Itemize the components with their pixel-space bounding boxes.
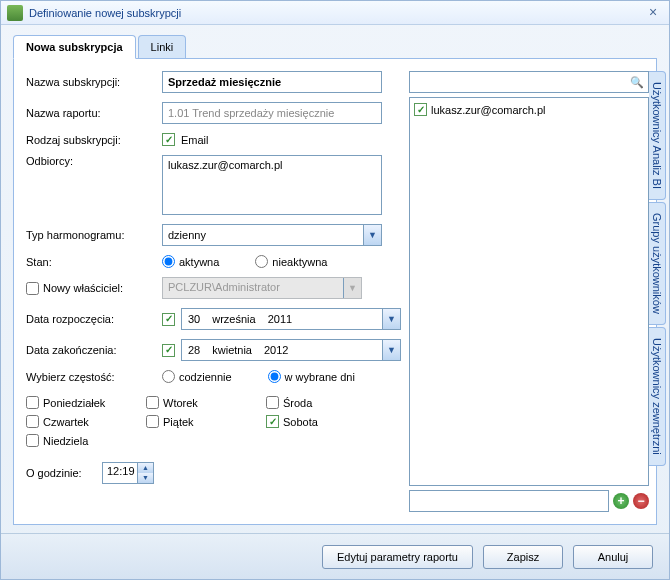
- label-freq: Wybierz częstość:: [26, 371, 156, 383]
- user-search[interactable]: 🔍: [409, 71, 649, 93]
- user-checkbox[interactable]: [414, 103, 427, 116]
- spinner-down-icon[interactable]: ▼: [138, 473, 153, 483]
- chevron-down-icon: ▼: [382, 340, 400, 360]
- sidetab-groups[interactable]: Grupy użytkowników: [649, 202, 666, 325]
- owner-select: PCLZUR\Administrator: [162, 277, 362, 299]
- left-form: Nazwa subskrypcji: Nazwa raportu: Rodzaj…: [26, 71, 401, 512]
- tabs: Nowa subskrypcja Linki: [13, 33, 657, 59]
- schedule-select[interactable]: [162, 224, 382, 246]
- add-user-input[interactable]: [409, 490, 609, 512]
- day-wed[interactable]: Środa: [266, 396, 376, 409]
- right-panel: 🔍 lukasz.zur@comarch.pl + −: [409, 71, 649, 512]
- search-icon: 🔍: [630, 76, 644, 89]
- time-spinner[interactable]: 12:19 ▲▼: [102, 462, 154, 484]
- state-inactive-radio[interactable]: nieaktywna: [255, 255, 327, 268]
- footer: Edytuj parametry raportu Zapisz Anuluj: [1, 533, 669, 579]
- report-name-input: [162, 102, 382, 124]
- list-item[interactable]: lukasz.zur@comarch.pl: [414, 102, 644, 117]
- end-date-checkbox[interactable]: [162, 344, 175, 357]
- day-tue[interactable]: Wtorek: [146, 396, 256, 409]
- day-thu[interactable]: Czwartek: [26, 415, 136, 428]
- recipients-textarea[interactable]: lukasz.zur@comarch.pl: [162, 155, 382, 215]
- label-schedule: Typ harmonogramu:: [26, 229, 156, 241]
- tab-new-subscription[interactable]: Nowa subskrypcja: [13, 35, 136, 59]
- start-date-checkbox[interactable]: [162, 313, 175, 326]
- add-user-button[interactable]: +: [613, 493, 629, 509]
- titlebar: Definiowanie nowej subskrypcji ×: [1, 1, 669, 25]
- label-report: Nazwa raportu:: [26, 107, 156, 119]
- edit-params-button[interactable]: Edytuj parametry raportu: [322, 545, 473, 569]
- days-grid: Poniedziałek Wtorek Środa Czwartek Piąte…: [26, 396, 401, 447]
- freq-selected-days-radio[interactable]: w wybrane dni: [268, 370, 355, 383]
- freq-daily-radio[interactable]: codziennie: [162, 370, 232, 383]
- search-input[interactable]: [414, 76, 630, 88]
- chevron-down-icon: ▼: [382, 309, 400, 329]
- label-end: Data zakończenia:: [26, 344, 156, 356]
- label-type: Rodzaj subskrypcji:: [26, 134, 156, 146]
- label-start: Data rozpoczęcia:: [26, 313, 156, 325]
- end-date-picker[interactable]: 28 kwietnia 2012 ▼: [181, 339, 401, 361]
- cancel-button[interactable]: Anuluj: [573, 545, 653, 569]
- email-label: Email: [181, 134, 209, 146]
- label-state: Stan:: [26, 256, 156, 268]
- spinner-up-icon[interactable]: ▲: [138, 463, 153, 473]
- subscription-dialog: Definiowanie nowej subskrypcji × Nowa su…: [0, 0, 670, 580]
- user-list[interactable]: lukasz.zur@comarch.pl: [409, 97, 649, 486]
- label-hour: O godzinie:: [26, 467, 96, 479]
- day-fri[interactable]: Piątek: [146, 415, 256, 428]
- email-checkbox[interactable]: [162, 133, 175, 146]
- state-active-radio[interactable]: aktywna: [162, 255, 219, 268]
- panel: Nazwa subskrypcji: Nazwa raportu: Rodzaj…: [13, 59, 657, 525]
- content: Nowa subskrypcja Linki Nazwa subskrypcji…: [1, 25, 669, 533]
- window-title: Definiowanie nowej subskrypcji: [29, 7, 643, 19]
- save-button[interactable]: Zapisz: [483, 545, 563, 569]
- label-recipients: Odbiorcy:: [26, 155, 156, 167]
- start-date-picker[interactable]: 30 września 2011 ▼: [181, 308, 401, 330]
- new-owner-checkbox[interactable]: [26, 282, 39, 295]
- remove-user-button[interactable]: −: [633, 493, 649, 509]
- app-icon: [7, 5, 23, 21]
- day-sat[interactable]: Sobota: [266, 415, 376, 428]
- sidetab-users-bi[interactable]: Użytkownicy Analiz BI: [649, 71, 666, 200]
- sidetab-external[interactable]: Użytkownicy zewnętrzni: [649, 327, 666, 466]
- label-newowner: Nowy właściciel:: [26, 282, 156, 295]
- close-icon[interactable]: ×: [643, 3, 663, 23]
- day-mon[interactable]: Poniedziałek: [26, 396, 136, 409]
- subscription-name-input[interactable]: [162, 71, 382, 93]
- tab-links[interactable]: Linki: [138, 35, 187, 58]
- day-sun[interactable]: Niedziela: [26, 434, 136, 447]
- label-name: Nazwa subskrypcji:: [26, 76, 156, 88]
